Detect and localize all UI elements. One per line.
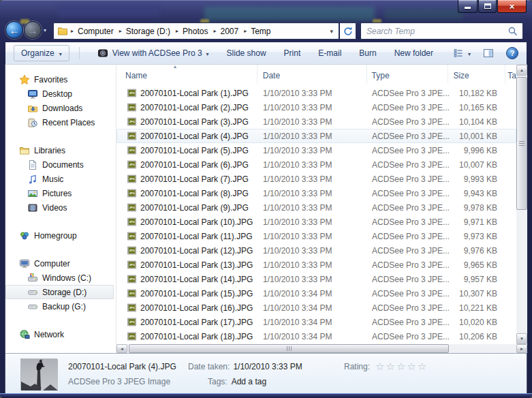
vertical-scroll-track[interactable] [516,76,527,333]
sidebar-item-backup-g[interactable]: Backup (G:) [5,299,116,313]
file-row-15[interactable]: JPG 20070101-Local Park (15).JPG 1/10/20… [116,286,516,301]
file-row-18[interactable]: JPG 20070101-Local Park (18).JPG 1/10/20… [116,329,516,343]
organize-button[interactable]: Organize ▾ [14,45,69,61]
sidebar-item-windows-c[interactable]: Windows (C:) [5,271,116,285]
file-type: ACDSee Pro 3 JPE... [367,89,449,98]
breadcrumb-item[interactable]: ▸ Computer [68,24,116,38]
burn-button[interactable]: Burn [359,48,376,58]
window-bottom-frame [0,393,532,398]
file-row-3[interactable]: JPG 20070101-Local Park (3).JPG 1/10/201… [116,114,516,129]
address-bar[interactable]: ▸ Computer ▸ Storage (D:) ▸ Photos ▸ 200… [53,22,339,40]
breadcrumb-separator-icon: ▸ [213,28,216,34]
breadcrumb-item[interactable]: ▸ Temp [241,24,273,38]
selected-file-type: ACDSee Pro 3 JPEG Image [68,377,170,386]
forward-button[interactable]: → [24,21,42,39]
jpg-file-icon: JPG [127,145,137,155]
file-row-6[interactable]: JPG 20070101-Local Park (6).JPG 1/10/201… [116,157,516,172]
help-button[interactable]: ? [506,47,518,59]
sidebar-item-music[interactable]: Music [5,172,116,186]
horizontal-scroll-thumb[interactable] [129,344,449,353]
file-row-8[interactable]: JPG 20070101-Local Park (8).JPG 1/10/201… [116,186,516,200]
file-row-11[interactable]: JPG 20070101-Local Park (11).JPG 1/10/20… [116,229,516,243]
close-button[interactable]: × [497,0,527,13]
minimize-button[interactable] [458,0,478,13]
breadcrumb-label: Photos [183,27,208,36]
add-tag-link[interactable]: Add a tag [232,377,266,386]
breadcrumb-item[interactable]: ▸ 2007 [210,24,241,38]
file-row-7[interactable]: JPG 20070101-Local Park (7).JPG 1/10/201… [116,172,516,186]
sidebar-item-label: Storage (D:) [42,288,87,297]
breadcrumb-item[interactable]: ▸ Photos [173,24,210,38]
sidebar-item-pictures[interactable]: Pictures [5,186,116,200]
sidebar-item-computer[interactable]: Computer [5,256,116,271]
view-with-acdsee-button[interactable]: View with ACDSee Pro 3 ▾ [97,48,209,59]
vertical-scroll-thumb[interactable] [516,77,527,210]
column-label-date: Date [263,71,280,80]
sidebar-item-favorites[interactable]: Favorites [5,72,116,87]
file-row-5[interactable]: JPG 20070101-Local Park (5).JPG 1/10/201… [116,143,516,157]
file-type: ACDSee Pro 3 JPE... [367,246,449,256]
sidebar-item-storage-d[interactable]: Storage (D:) [5,285,114,299]
file-row-14[interactable]: JPG 20070101-Local Park (14).JPG 1/10/20… [116,272,516,286]
file-row-4[interactable]: JPG 20070101-Local Park (4).JPG 1/10/201… [116,129,516,143]
sidebar-item-recent-places[interactable]: Recent Places [5,115,116,129]
recent-pages-dropdown-icon[interactable]: ▾ [44,27,46,33]
file-row-16[interactable]: JPG 20070101-Local Park (16).JPG 1/10/20… [116,301,516,315]
sidebar-item-libraries[interactable]: Libraries [5,143,116,157]
file-row-17[interactable]: JPG 20070101-Local Park (17).JPG 1/10/20… [116,315,516,329]
scroll-up-button[interactable]: ▲ [516,65,527,76]
slide-show-label: Slide show [227,48,266,58]
address-dropdown-icon[interactable]: ▾ [328,28,335,35]
change-view-button[interactable]: ▾ [453,48,471,59]
file-row-9[interactable]: JPG 20070101-Local Park (9).JPG 1/10/201… [116,200,516,215]
new-folder-button[interactable]: New folder [394,48,433,58]
file-row-2[interactable]: JPG 20070101-Local Park (2).JPG 1/10/201… [116,100,516,114]
horizontal-scrollbar[interactable]: ◄ ► [116,344,527,353]
svg-text:JPG: JPG [129,192,134,195]
sidebar-item-label: Libraries [34,146,65,155]
column-header-name[interactable]: ▴ Name [116,65,257,84]
scroll-down-button[interactable]: ▼ [516,333,527,344]
file-row-1[interactable]: JPG 20070101-Local Park (1).JPG 1/10/201… [116,86,516,100]
horizontal-scroll-track[interactable] [127,344,516,353]
search-icon[interactable] [507,26,518,37]
jpg-file-icon: JPG [127,245,137,256]
sidebar-item-videos[interactable]: Videos [5,200,116,215]
file-name: 20070101-Local Park (8).JPG [140,189,249,198]
scroll-right-button[interactable]: ► [516,344,527,353]
file-date: 1/10/2010 3:34 PM [257,318,367,327]
windows-drive-icon [27,273,38,284]
column-header-size[interactable]: Size [448,65,505,84]
email-button[interactable]: E-mail [318,48,341,58]
file-name: 20070101-Local Park (10).JPG [140,217,253,227]
sidebar-item-desktop[interactable]: Desktop [5,87,116,101]
search-input[interactable] [365,26,507,37]
sidebar-item-documents[interactable]: Documents [5,157,116,172]
column-header-tags[interactable]: Ta [505,65,516,84]
file-date: 1/10/2010 3:33 PM [257,189,367,198]
back-button[interactable]: ← [5,21,23,39]
slide-show-button[interactable]: Slide show [227,48,266,58]
svg-text:JPG: JPG [129,206,134,209]
rating-stars[interactable]: ☆☆☆☆☆ [375,362,428,371]
file-size: 10,104 KB [449,117,506,127]
file-row-12[interactable]: JPG 20070101-Local Park (12).JPG 1/10/20… [116,243,516,258]
preview-pane-button[interactable] [483,48,494,59]
sidebar-item-homegroup[interactable]: Homegroup [5,228,116,243]
column-header-date[interactable]: Date [257,65,367,84]
scroll-left-button[interactable]: ◄ [116,344,127,353]
file-row-10[interactable]: JPG 20070101-Local Park (10).JPG 1/10/20… [116,215,516,229]
vertical-scrollbar[interactable]: ▲ ▼ [516,65,527,344]
maximize-button[interactable] [478,0,497,13]
breadcrumb-item[interactable]: ▸ Storage (D:) [116,24,173,38]
refresh-button[interactable] [340,22,356,40]
print-button[interactable]: Print [284,48,301,58]
sidebar-item-network[interactable]: Network [5,327,116,341]
sidebar-item-downloads[interactable]: Downloads [5,101,116,115]
file-list: ▴ Name Date Type Size Ta JPG 20070101-Lo… [116,65,527,353]
file-row-13[interactable]: JPG 20070101-Local Park (13).JPG 1/10/20… [116,258,516,272]
date-taken: Date taken: 1/10/2010 3:33 PM [188,362,302,371]
breadcrumb-separator-icon: ▸ [244,28,247,34]
column-header-type[interactable]: Type [367,65,449,84]
file-date: 1/10/2010 3:33 PM [257,103,367,112]
